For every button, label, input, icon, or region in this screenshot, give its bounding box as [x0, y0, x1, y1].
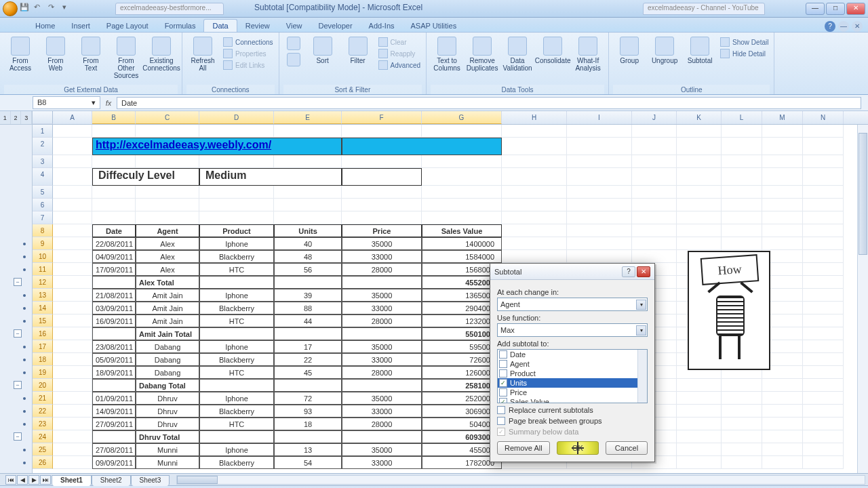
scrollbar-thumb[interactable] [859, 133, 867, 255]
cell[interactable] [677, 138, 722, 155]
banner-cell[interactable] [342, 138, 502, 155]
cell[interactable] [53, 443, 92, 456]
cell[interactable] [762, 237, 803, 250]
save-icon[interactable]: 💾 [20, 3, 32, 15]
outline-collapse-button[interactable]: − [14, 278, 22, 286]
row-header[interactable]: 15 [33, 314, 53, 327]
consolidate-button[interactable]: Consolidate [536, 35, 569, 66]
cell[interactable] [722, 237, 762, 250]
tab-nav-next[interactable]: ▶ [28, 475, 39, 485]
cell[interactable] [502, 211, 567, 224]
ungroup-button[interactable]: Ungroup [648, 35, 681, 66]
cell[interactable] [53, 186, 92, 199]
cell[interactable] [422, 168, 502, 186]
tab-view[interactable]: View [278, 20, 311, 32]
cell-price[interactable]: 35000 [342, 443, 422, 456]
cell-price[interactable]: 33000 [342, 405, 422, 418]
cell[interactable] [502, 199, 567, 211]
cell[interactable] [136, 155, 199, 168]
cell[interactable] [762, 168, 803, 186]
row-header[interactable]: 26 [33, 456, 53, 469]
row-header[interactable]: 7 [33, 211, 53, 224]
row-header[interactable]: 6 [33, 199, 53, 211]
cell[interactable] [677, 125, 722, 138]
cell-date[interactable]: 01/09/2011 [92, 392, 136, 405]
cell-price[interactable]: 28000 [342, 418, 422, 430]
cell[interactable] [803, 443, 844, 456]
cell-agent[interactable]: Dhruv [136, 405, 199, 418]
cell[interactable] [722, 456, 762, 469]
filter-button[interactable]: Filter [342, 35, 374, 66]
cell-units[interactable]: 45 [274, 366, 342, 379]
text-to-columns-button[interactable]: Text to Columns [431, 35, 463, 73]
cell[interactable] [677, 237, 722, 250]
outline-collapse-button[interactable]: − [14, 381, 22, 389]
cell-date[interactable]: 09/09/2011 [92, 456, 136, 469]
outline-level-3[interactable]: 3 [21, 111, 32, 124]
cell-agent[interactable]: Dhruv [136, 392, 199, 405]
col-header[interactable]: C [136, 111, 199, 124]
cell[interactable] [722, 392, 762, 405]
cell-product[interactable]: Blackberry [199, 456, 274, 469]
cell-agent[interactable]: Alex [136, 250, 199, 263]
cell-date[interactable]: 03/09/2011 [92, 302, 136, 314]
vertical-scrollbar[interactable] [857, 125, 868, 473]
cell[interactable] [422, 125, 502, 138]
tab-page-layout[interactable]: Page Layout [98, 20, 157, 32]
table-row[interactable]: 2327/09/2011DhruvHTC1828000504000 [33, 418, 868, 430]
cell-units[interactable]: 88 [274, 302, 342, 314]
col-header[interactable]: K [677, 111, 722, 124]
subtotal-label[interactable]: Dhruv Total [136, 430, 199, 443]
cell[interactable] [677, 379, 722, 392]
grid-row[interactable]: 6 [33, 199, 868, 211]
cell[interactable] [803, 314, 844, 327]
cell[interactable] [632, 250, 677, 263]
row-header[interactable]: 1 [33, 125, 53, 138]
cell[interactable] [803, 405, 844, 418]
cell[interactable] [677, 224, 722, 237]
dialog-close-button[interactable]: ✕ [637, 266, 650, 277]
cell[interactable] [677, 405, 722, 418]
cell[interactable] [567, 199, 632, 211]
tab-formulas[interactable]: Formulas [157, 20, 204, 32]
subtotal-row[interactable]: 20Dabang Total2581000 [33, 379, 868, 392]
cell[interactable] [342, 199, 422, 211]
tab-data[interactable]: Data [203, 19, 237, 32]
cell[interactable] [53, 456, 92, 469]
tab-home[interactable]: Home [27, 20, 63, 32]
cell[interactable] [632, 168, 677, 186]
row-header[interactable]: 9 [33, 237, 53, 250]
cell-price[interactable]: 33000 [342, 456, 422, 469]
subtotal-row[interactable]: 24Dhruv Total6093000 [33, 430, 868, 443]
col-header[interactable]: B [92, 111, 136, 124]
cell[interactable] [803, 366, 844, 379]
cell[interactable] [342, 168, 422, 186]
cell[interactable] [274, 327, 342, 340]
cell[interactable] [274, 430, 342, 443]
cell-units[interactable]: 56 [274, 263, 342, 276]
cell[interactable] [53, 168, 92, 186]
cell[interactable] [53, 353, 92, 366]
tab-nav-last[interactable]: ⏭ [40, 475, 51, 485]
cell[interactable] [762, 138, 803, 155]
cell[interactable] [677, 430, 722, 443]
cell[interactable] [53, 155, 92, 168]
workbook-close-icon[interactable]: ✕ [852, 21, 863, 32]
table-header[interactable]: Units [274, 224, 342, 237]
cell[interactable] [677, 456, 722, 469]
cell[interactable] [342, 211, 422, 224]
cell[interactable] [677, 199, 722, 211]
cell[interactable] [92, 379, 136, 392]
cell[interactable] [803, 138, 844, 155]
hide-detail-item[interactable]: Hide Detail [719, 48, 770, 59]
sheet-tab-1[interactable]: Sheet1 [52, 475, 92, 486]
cell[interactable] [53, 314, 92, 327]
cell-date[interactable]: 27/08/2011 [92, 443, 136, 456]
tab-asap[interactable]: ASAP Utilities [403, 20, 465, 32]
col-header[interactable]: M [762, 111, 803, 124]
cell[interactable] [632, 186, 677, 199]
cell-product[interactable]: Iphone [199, 340, 274, 353]
cell[interactable] [92, 125, 136, 138]
sort-az-button[interactable] [283, 35, 304, 68]
cell[interactable] [502, 155, 567, 168]
